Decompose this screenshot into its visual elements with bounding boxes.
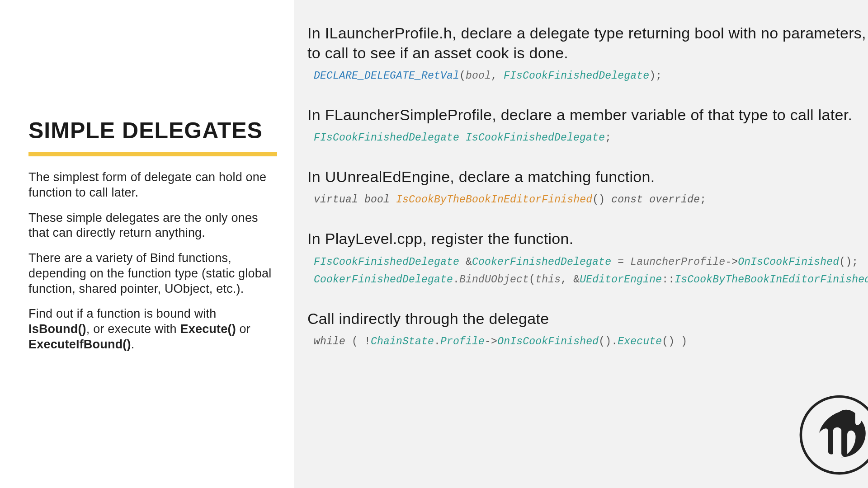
code-token: Execute (618, 336, 662, 347)
code-token: (); (839, 256, 858, 268)
code-token: -> (725, 256, 738, 268)
code-token: OnIsCookFinished (738, 256, 839, 268)
section-1-desc: In ILauncherProfile.h, declare a delegat… (307, 23, 868, 63)
code-token: BindUObject (459, 274, 529, 286)
code-token: ChainState (371, 336, 434, 347)
code-token: virtual (314, 194, 358, 206)
code-token: () ) (662, 336, 687, 347)
text-fragment: , or execute with (86, 322, 180, 336)
code-token: (). (599, 336, 618, 347)
section-2-code: FIsCookFinishedDelegate IsCookFinishedDe… (307, 129, 868, 147)
section-4: In PlayLevel.cpp, register the function.… (307, 229, 868, 289)
right-panel: In ILauncherProfile.h, declare a delegat… (294, 0, 868, 488)
code-token: IsCookByTheBookInEditorFinished (675, 274, 868, 286)
code-token: FIsCookFinishedDelegate (314, 256, 459, 268)
code-token (605, 194, 611, 206)
code-token: override (649, 194, 700, 206)
code-token: ( ! (345, 336, 371, 347)
title-underline (28, 152, 277, 156)
unreal-logo-icon (797, 393, 868, 477)
code-token: () (592, 194, 605, 206)
section-3-desc: In UUnrealEdEngine, declare a matching f… (307, 167, 868, 187)
code-token: const (611, 194, 643, 206)
bold-isbound: IsBound() (28, 322, 86, 336)
code-token (643, 194, 649, 206)
code-token (459, 132, 466, 144)
code-token: IsCookFinishedDelegate (466, 132, 605, 144)
section-4-code-line-1: FIsCookFinishedDelegate &CookerFinishedD… (307, 253, 868, 272)
code-token: ; (700, 194, 706, 206)
left-paragraph-1: The simplest form of delegate can hold o… (28, 170, 275, 201)
section-1: In ILauncherProfile.h, declare a delegat… (307, 23, 868, 85)
slide-title: SIMPLE DELEGATES (28, 117, 275, 144)
code-token: :: (662, 274, 675, 286)
left-paragraph-2: These simple delegates are the only ones… (28, 211, 275, 241)
section-5-code: while ( !ChainState.Profile->OnIsCookFin… (307, 333, 868, 351)
code-token: -> (485, 336, 497, 347)
code-token: while (314, 336, 345, 347)
code-token: . (453, 274, 459, 286)
code-token: CookerFinishedDelegate (472, 256, 611, 268)
code-token: ; (605, 132, 611, 144)
code-token: FIsCookFinishedDelegate (314, 132, 459, 144)
left-paragraph-4: Find out if a function is bound with IsB… (28, 306, 275, 352)
code-token: OnIsCookFinished (497, 336, 599, 347)
code-token: ); (649, 70, 662, 82)
code-token: this (535, 274, 561, 286)
section-2: In FLauncherSimpleProfile, declare a mem… (307, 105, 868, 147)
code-token: LauncherProfile (630, 256, 725, 268)
code-token: Profile (440, 336, 485, 347)
section-5-desc: Call indirectly through the delegate (307, 309, 868, 329)
code-token: & (459, 256, 472, 268)
bold-executeifbound: ExecuteIfBound() (28, 338, 131, 351)
text-fragment: or (236, 322, 250, 336)
code-token: ( (459, 70, 466, 82)
section-1-code: DECLARE_DELEGATE_RetVal(bool, FIsCookFin… (307, 67, 868, 85)
left-panel: SIMPLE DELEGATES The simplest form of de… (0, 0, 294, 488)
code-token (390, 194, 396, 206)
code-token: DECLARE_DELEGATE_RetVal (314, 70, 459, 82)
code-token: , (491, 70, 504, 82)
code-token: . (434, 336, 440, 347)
code-token: FIsCookFinishedDelegate (504, 70, 649, 82)
code-token: ( (529, 274, 535, 286)
code-token: CookerFinishedDelegate (314, 274, 453, 286)
code-token (358, 194, 364, 206)
code-token: IsCookByTheBookInEditorFinished (396, 194, 592, 206)
code-token: UEditorEngine (580, 274, 662, 286)
text-fragment: Find out if a function is bound with (28, 307, 216, 320)
bold-execute: Execute() (180, 322, 236, 336)
code-token: bool (466, 70, 491, 82)
section-4-code-line-2: CookerFinishedDelegate.BindUObject(this,… (307, 271, 868, 289)
code-token: , & (561, 274, 580, 286)
section-3-code: virtual bool IsCookByTheBookInEditorFini… (307, 191, 868, 209)
section-4-desc: In PlayLevel.cpp, register the function. (307, 229, 868, 249)
section-2-desc: In FLauncherSimpleProfile, declare a mem… (307, 105, 868, 125)
left-paragraph-3: There are a variety of Bind functions, d… (28, 251, 275, 296)
text-fragment: . (131, 338, 135, 351)
code-token: = (611, 256, 630, 268)
section-3: In UUnrealEdEngine, declare a matching f… (307, 167, 868, 209)
code-token: bool (364, 194, 390, 206)
section-5: Call indirectly through the delegate whi… (307, 309, 868, 351)
